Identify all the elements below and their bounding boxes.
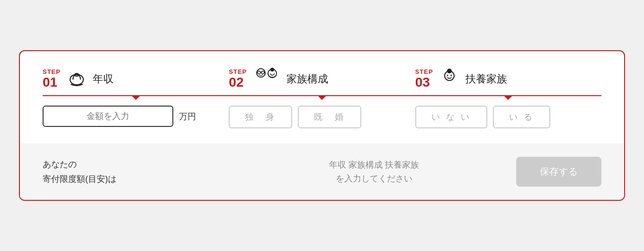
svg-point-3 xyxy=(258,71,260,74)
svg-point-13 xyxy=(450,75,452,76)
choice-married-btn[interactable]: 既 婚 xyxy=(298,106,361,128)
unit-label: 万円 xyxy=(179,111,196,122)
step2-label: STEP 02 xyxy=(229,69,247,89)
desc-line1: あなたの xyxy=(43,158,232,171)
step3-controls: い な い い る xyxy=(415,106,601,128)
bottom-bar: あなたの 寄付限度額(目安)は 年収 家族構成 扶養家族 を入力してください 保… xyxy=(20,143,624,200)
step1-label: STEP 01 xyxy=(43,69,61,89)
step1-controls: 万円 xyxy=(43,106,229,127)
step1-divider xyxy=(43,95,229,96)
save-button[interactable]: 保存する xyxy=(516,157,601,187)
svg-point-11 xyxy=(447,69,452,73)
bottom-desc: あなたの 寄付限度額(目安)は xyxy=(43,158,232,186)
steps-row: STEP 01 年収 xyxy=(43,66,601,128)
step3-divider xyxy=(415,95,601,96)
status-line2: を入力してください xyxy=(336,174,412,183)
step3-label: STEP 03 xyxy=(415,69,433,89)
bottom-status: 年収 家族構成 扶養家族 を入力してください xyxy=(232,158,516,186)
svg-point-12 xyxy=(447,75,448,76)
choice-single-btn[interactable]: 独 身 xyxy=(229,106,292,128)
status-line1: 年収 家族構成 扶養家族 xyxy=(329,160,419,170)
step2-num: 02 xyxy=(229,76,247,89)
step2-title: 家族構成 xyxy=(286,72,328,86)
desc-line2: 寄付限度額(目安)は xyxy=(43,173,232,186)
main-card: STEP 01 年収 xyxy=(19,50,625,201)
status-text: 年収 家族構成 扶養家族 を入力してください xyxy=(232,158,516,186)
choice-no-dependents-btn[interactable]: い な い xyxy=(415,106,487,128)
svg-point-15 xyxy=(452,76,454,78)
svg-point-4 xyxy=(261,71,264,74)
step2-divider xyxy=(229,95,415,96)
step3-title: 扶養家族 xyxy=(465,72,507,86)
choice-has-dependents-btn[interactable]: い る xyxy=(493,106,550,128)
step3-num: 03 xyxy=(415,76,433,89)
step1-title: 年収 xyxy=(93,72,114,86)
step1-num: 01 xyxy=(43,76,61,89)
step2-header: STEP 02 xyxy=(229,66,415,91)
step1-icon xyxy=(66,66,87,91)
step2-block: STEP 02 xyxy=(229,66,415,128)
svg-point-9 xyxy=(270,68,274,72)
step1-header: STEP 01 年収 xyxy=(43,66,229,91)
step1-block: STEP 01 年収 xyxy=(43,66,229,127)
annual-income-input[interactable] xyxy=(43,106,173,127)
step3-block: STEP 03 xyxy=(415,66,601,128)
svg-point-14 xyxy=(445,76,447,78)
step2-icon xyxy=(252,66,281,91)
step2-controls: 独 身 既 婚 xyxy=(229,106,415,128)
step3-icon xyxy=(439,66,460,91)
step3-header: STEP 03 xyxy=(415,66,601,91)
